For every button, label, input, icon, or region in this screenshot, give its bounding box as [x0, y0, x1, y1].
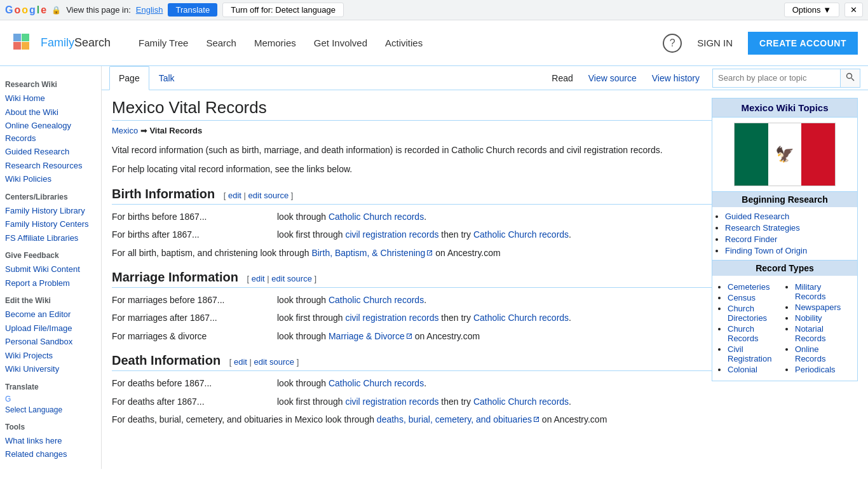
- svg-rect-0: [13, 34, 21, 41]
- rt-military[interactable]: Military Records: [795, 282, 825, 301]
- death-burial-link[interactable]: deaths, burial, cemetery, and obituaries: [377, 414, 539, 424]
- list-item: Colonial: [728, 365, 780, 374]
- marriage-row-2: For marriages after 1867... look first t…: [112, 311, 702, 325]
- sidebar-wiki-university[interactable]: Wiki University: [5, 362, 96, 376]
- list-item: Newspapers: [795, 302, 847, 312]
- tab-talk[interactable]: Talk: [149, 66, 184, 90]
- view-read[interactable]: Read: [544, 67, 580, 90]
- sidebar-fs-affiliate[interactable]: FS Affiliate Libraries: [5, 231, 96, 245]
- rt-notarial[interactable]: Notarial Records: [795, 324, 825, 343]
- birth-edit-source-link[interactable]: edit source: [248, 191, 289, 200]
- sidebar-guided-research[interactable]: Guided Research: [5, 145, 96, 159]
- sidebar-wiki-projects[interactable]: Wiki Projects: [5, 349, 96, 363]
- options-button[interactable]: Options ▼: [784, 3, 839, 17]
- rt-cemeteries[interactable]: Cemeteries: [728, 282, 770, 292]
- birth-row-1: For births before 1867... look through C…: [112, 210, 702, 224]
- sidebar-personal-sandbox[interactable]: Personal Sandbox: [5, 335, 96, 349]
- rt-colonial[interactable]: Colonial: [728, 365, 757, 374]
- marriage-edit-link[interactable]: edit: [252, 274, 265, 283]
- marriage-divorce-link[interactable]: Marriage & Divorce: [329, 331, 412, 341]
- death-row-3: For deaths, burial, cemetery, and obitua…: [112, 412, 858, 426]
- marriage-row-2-value: look first through civil registration re…: [277, 311, 702, 325]
- lock-icon: 🔒: [51, 6, 61, 15]
- help-button[interactable]: ?: [663, 34, 682, 53]
- main-layout: Research Wiki Wiki Home About the Wiki O…: [0, 66, 868, 469]
- create-account-button[interactable]: CREATE ACCOUNT: [748, 32, 858, 55]
- sidebar-wiki-policies[interactable]: Wiki Policies: [5, 172, 96, 186]
- death-row-1-value: look through Catholic Church records.: [277, 376, 702, 390]
- rt-church-records[interactable]: Church Records: [728, 324, 758, 343]
- sidebar-become-editor[interactable]: Become an Editor: [5, 308, 96, 322]
- list-item: Nobility: [795, 313, 847, 323]
- sidebar-submit-wiki[interactable]: Submit Wiki Content: [5, 262, 96, 276]
- rt-newspapers[interactable]: Newspapers: [795, 302, 841, 312]
- catholic-records-link-1[interactable]: Catholic Church records: [329, 212, 424, 222]
- mexico-flag: 🦅: [734, 123, 836, 186]
- birth-edit-link[interactable]: edit: [228, 191, 241, 200]
- catholic-records-link-3[interactable]: Catholic Church records: [329, 295, 424, 305]
- nav-family-tree[interactable]: Family Tree: [131, 32, 196, 53]
- list-item: Periodicals: [795, 365, 847, 374]
- civil-reg-link-1[interactable]: civil registration records: [345, 229, 438, 240]
- catholic-records-link-4[interactable]: Catholic Church records: [473, 313, 569, 323]
- logo[interactable]: FamilySearch: [10, 30, 111, 56]
- catholic-records-link-2[interactable]: Catholic Church records: [473, 229, 569, 240]
- catholic-records-link-5[interactable]: Catholic Church records: [329, 378, 424, 388]
- rt-civil-registration[interactable]: Civil Registration: [728, 344, 771, 363]
- birth-baptism-link[interactable]: Birth, Baptism, & Christening: [311, 248, 433, 258]
- death-edit-source-link[interactable]: edit source: [254, 357, 295, 367]
- nav-activities[interactable]: Activities: [377, 32, 430, 53]
- flag-white-stripe: 🦅: [768, 123, 802, 186]
- translate-button[interactable]: Translate: [168, 3, 217, 17]
- close-translate-button[interactable]: ✕: [844, 3, 863, 17]
- sign-in-button[interactable]: SIGN IN: [689, 32, 740, 53]
- infobox-finding-town[interactable]: Finding Town of Origin: [725, 246, 807, 255]
- sidebar-family-history-library[interactable]: Family History Library: [5, 204, 96, 218]
- search-input[interactable]: [713, 69, 840, 87]
- infobox-record-finder[interactable]: Record Finder: [725, 234, 777, 244]
- civil-reg-link-2[interactable]: civil registration records: [345, 313, 438, 323]
- record-types-grid: Cemeteries Census Church Directories Chu…: [712, 276, 857, 381]
- infobox-research-strategies[interactable]: Research Strategies: [725, 223, 800, 233]
- select-language-container[interactable]: G Select Language: [5, 394, 96, 416]
- sidebar-about-wiki[interactable]: About the Wiki: [5, 105, 96, 119]
- catholic-records-link-6[interactable]: Catholic Church records: [473, 396, 569, 407]
- marriage-edit-source-link[interactable]: edit source: [271, 274, 312, 283]
- sidebar-family-history-centers[interactable]: Family History Centers: [5, 217, 96, 231]
- tab-page[interactable]: Page: [109, 66, 149, 90]
- infobox-guided-research[interactable]: Guided Research: [725, 212, 789, 221]
- nav-search[interactable]: Search: [198, 32, 244, 53]
- birth-edit-links: [ edit | edit source ]: [224, 191, 294, 200]
- rt-church-directories[interactable]: Church Directories: [728, 304, 767, 323]
- infobox-title: Mexico Wiki Topics: [712, 98, 857, 118]
- search-icon: [846, 72, 855, 81]
- view-source[interactable]: View source: [581, 67, 644, 90]
- rt-online[interactable]: Online Records: [795, 344, 825, 363]
- rt-census[interactable]: Census: [728, 293, 756, 302]
- list-item: Record Finder: [725, 234, 852, 244]
- turnoff-button[interactable]: Turn off for: Detect language: [222, 3, 344, 17]
- search-button[interactable]: [840, 69, 860, 87]
- sidebar-wiki-home[interactable]: Wiki Home: [5, 92, 96, 105]
- sidebar-research-resources[interactable]: Research Resources: [5, 159, 96, 173]
- language-select[interactable]: English: [136, 5, 163, 15]
- nav-memories[interactable]: Memories: [247, 32, 304, 53]
- sidebar-select-language[interactable]: Select Language: [5, 403, 96, 416]
- page-tabs: Page Talk Read View source View history: [102, 66, 868, 90]
- breadcrumb-mexico[interactable]: Mexico: [112, 126, 138, 135]
- birth-row-3: For all birth, baptism, and christening …: [112, 246, 702, 260]
- death-edit-link[interactable]: edit: [234, 357, 247, 367]
- sidebar-related-changes[interactable]: Related changes: [5, 447, 96, 461]
- view-history[interactable]: View history: [644, 67, 707, 90]
- sidebar-upload-file[interactable]: Upload File/Image: [5, 322, 96, 336]
- search-box: [712, 69, 860, 88]
- sidebar-online-genealogy[interactable]: Online Genealogy Records: [5, 119, 96, 145]
- logo-family: Family: [41, 36, 74, 49]
- rt-nobility[interactable]: Nobility: [795, 313, 822, 323]
- give-feedback-title: Give Feedback: [5, 251, 96, 260]
- sidebar-what-links[interactable]: What links here: [5, 434, 96, 448]
- rt-periodicals[interactable]: Periodicals: [795, 365, 836, 374]
- civil-reg-link-3[interactable]: civil registration records: [345, 396, 438, 407]
- sidebar-report-problem[interactable]: Report a Problem: [5, 276, 96, 290]
- nav-get-involved[interactable]: Get Involved: [306, 32, 375, 53]
